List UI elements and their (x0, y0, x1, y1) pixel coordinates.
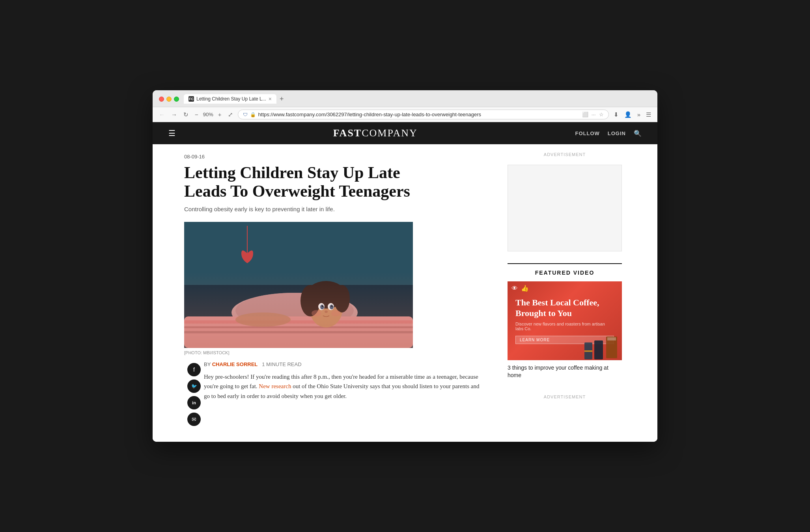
logo-company: COMPANY (362, 127, 418, 139)
new-tab-button[interactable]: + (278, 95, 286, 103)
traffic-lights (159, 97, 179, 102)
svg-point-22 (331, 310, 341, 316)
more-icon[interactable]: ··· (592, 112, 596, 117)
zoom-out-button[interactable]: − (193, 110, 200, 119)
svg-point-11 (334, 285, 350, 313)
forward-button[interactable]: → (170, 110, 179, 119)
svg-rect-28 (584, 350, 592, 352)
twitter-icon: 🐦 (191, 383, 197, 389)
maximize-button[interactable] (174, 97, 179, 102)
lock-icon: 🔒 (250, 112, 256, 117)
article-main: 08-09-16 Letting Children Stay Up Late L… (153, 144, 500, 441)
svg-rect-1 (184, 285, 413, 348)
svg-point-19 (332, 305, 333, 306)
article-content-wrapper: f 🐦 in ✉ BY CHARL (184, 361, 484, 426)
featured-video-title: FEATURED VIDEO (508, 263, 622, 276)
svg-point-3 (235, 293, 354, 328)
facebook-share-button[interactable]: f (187, 363, 201, 376)
browser-toolbar: ← → ↻ − 90% + ⤢ 🛡 🔒 https://www.fastcomp… (153, 107, 657, 122)
linkedin-share-button[interactable]: in (187, 396, 201, 409)
linkedin-icon: in (192, 400, 196, 405)
bookmark-icon[interactable]: ☆ (599, 112, 604, 117)
tab-close-icon[interactable]: × (269, 96, 272, 102)
fullscreen-button[interactable]: ⤢ (226, 110, 235, 119)
email-share-button[interactable]: ✉ (187, 413, 201, 426)
toolbar-right: ⬇ 👤 » ☰ (612, 110, 653, 119)
active-tab[interactable]: FC Letting Children Stay Up Late L... × (184, 94, 276, 104)
svg-rect-5 (184, 320, 413, 324)
svg-point-10 (300, 285, 320, 316)
shield-icon: 🛡 (243, 112, 248, 117)
website-content: ☰ FASTCOMPANY FOLLOW LOGIN 🔍 08-09-16 Le… (153, 122, 657, 441)
featured-video-section: FEATURED VIDEO 👁 👍 The Best Local Coffee… (508, 263, 622, 378)
svg-rect-7 (184, 331, 413, 333)
svg-rect-0 (184, 222, 413, 348)
article-subtitle: Controlling obesity early is key to prev… (184, 206, 484, 212)
tab-favicon: FC (189, 96, 194, 102)
download-button[interactable]: ⬇ (612, 110, 620, 119)
facebook-icon: f (193, 366, 195, 373)
video-caption: 3 things to improve your coffee making a… (508, 364, 622, 378)
tab-title: Letting Children Stay Up Late L... (196, 96, 266, 102)
ad-placeholder (508, 165, 622, 251)
nav-login[interactable]: LOGIN (608, 130, 626, 136)
menu-button[interactable]: ☰ (644, 110, 653, 119)
article-image (184, 222, 413, 348)
minimize-button[interactable] (166, 97, 172, 102)
svg-rect-6 (184, 326, 413, 328)
author-link[interactable]: CHARLIE SORREL (212, 361, 258, 367)
svg-point-9 (306, 281, 346, 309)
article-date: 08-09-16 (184, 154, 484, 160)
reader-view-icon[interactable]: ⬜ (582, 112, 588, 117)
article-body: Hey pre-schoolers! If you're reading thi… (204, 372, 484, 401)
logo-fast: FAST (333, 127, 362, 139)
content-column: BY CHARLIE SORREL 1 MINUTE READ Hey pre-… (204, 361, 484, 407)
header-nav: FOLLOW LOGIN 🔍 (575, 130, 642, 137)
svg-point-2 (231, 293, 358, 332)
svg-point-18 (323, 305, 324, 306)
video-title: The Best Local Coffee, Brought to You (515, 298, 614, 318)
email-icon: ✉ (192, 416, 196, 422)
svg-point-15 (330, 305, 334, 309)
nav-follow[interactable]: FOLLOW (575, 130, 599, 136)
svg-rect-26 (594, 340, 603, 359)
sidebar-ad-bottom: ADVERTISEMENT (508, 394, 622, 399)
account-button[interactable]: 👤 (623, 110, 633, 119)
zoom-in-button[interactable]: + (216, 110, 223, 119)
browser-tabs: FC Letting Children Stay Up Late L... × … (184, 94, 651, 104)
extension-button[interactable]: » (636, 110, 642, 119)
reload-button[interactable]: ↻ (182, 110, 190, 119)
video-thumbnail[interactable]: 👁 👍 The Best Local Coffee, Brought to Yo… (508, 281, 622, 360)
svg-point-17 (331, 305, 333, 307)
twitter-share-button[interactable]: 🐦 (187, 379, 201, 393)
new-research-link[interactable]: New research (259, 383, 291, 389)
back-button[interactable]: ← (157, 110, 166, 119)
site-header: ☰ FASTCOMPANY FOLLOW LOGIN 🔍 (153, 122, 657, 144)
address-bar[interactable]: 🛡 🔒 https://www.fastcompany.com/3062297/… (238, 110, 609, 119)
svg-point-8 (310, 290, 343, 327)
sidebar-ad-label: ADVERTISEMENT (508, 394, 622, 399)
svg-point-21 (312, 310, 321, 316)
search-icon[interactable]: 🔍 (634, 130, 642, 137)
article-title: Letting Children Stay Up Late Leads To O… (184, 164, 421, 200)
svg-point-14 (320, 305, 324, 309)
article-image-container: [PHOTO: MBI/ISTOCK] (184, 222, 413, 355)
svg-point-13 (328, 303, 334, 310)
svg-rect-25 (607, 337, 616, 340)
svg-point-16 (322, 305, 323, 307)
article-container: 08-09-16 Letting Children Stay Up Late L… (153, 144, 657, 441)
zoom-level: 90% (203, 112, 213, 117)
svg-rect-4 (184, 316, 413, 348)
svg-point-12 (318, 303, 325, 310)
author-prefix: BY (204, 361, 212, 367)
social-column: f 🐦 in ✉ (184, 361, 204, 426)
browser-titlebar: FC Letting Children Stay Up Late L... × … (153, 90, 657, 107)
url-text: https://www.fastcompany.com/3062297/lett… (258, 112, 580, 117)
ad-label-top: ADVERTISEMENT (508, 152, 622, 157)
article-sidebar: ADVERTISEMENT FEATURED VIDEO 👁 👍 The Bes… (500, 144, 634, 441)
close-button[interactable] (159, 97, 164, 102)
image-caption: [PHOTO: MBI/ISTOCK] (184, 350, 413, 355)
address-bar-icons: ⬜ ··· ☆ (582, 112, 604, 117)
hamburger-menu-icon[interactable]: ☰ (168, 128, 175, 138)
read-time: 1 MINUTE READ (262, 361, 301, 367)
